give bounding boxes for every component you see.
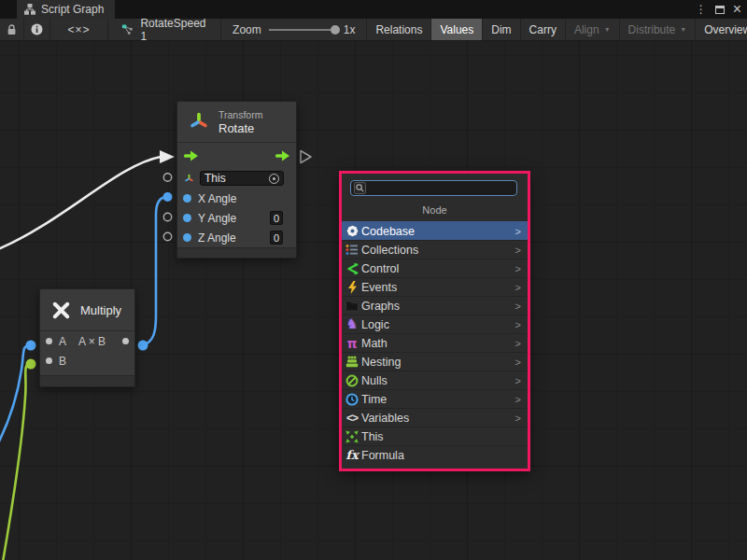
z-angle-value-field[interactable]: 0 xyxy=(270,231,283,245)
finder-item-label: Logic xyxy=(361,318,389,331)
finder-item-label: Nulls xyxy=(361,374,388,387)
transform-node-footer xyxy=(177,247,296,258)
finder-item-label: Events xyxy=(361,281,397,294)
close-icon[interactable]: × xyxy=(733,5,741,14)
finder-item-label: Collections xyxy=(361,244,418,257)
finder-item-label: Time xyxy=(361,393,387,406)
search-icon xyxy=(354,182,366,194)
align-label: Align xyxy=(574,23,599,36)
port-multiply-a-connected[interactable] xyxy=(26,341,36,351)
folder-icon xyxy=(345,299,359,314)
value-wire-blue-result[interactable] xyxy=(143,197,167,345)
z-angle-label: Z Angle xyxy=(198,231,236,245)
object-picker-icon[interactable] xyxy=(269,174,279,184)
tab-script-graph[interactable]: Script Graph xyxy=(17,0,115,19)
chevron-right-icon: > xyxy=(515,413,521,424)
finder-item-nulls[interactable]: Nulls > xyxy=(342,371,528,389)
flow-in-arrow-icon[interactable] xyxy=(183,150,199,161)
carry-button[interactable]: Carry xyxy=(521,19,566,40)
window-menu-icon[interactable]: ⋮ xyxy=(696,3,707,16)
info-icon xyxy=(31,23,43,35)
finder-item-math[interactable]: π Math > xyxy=(342,333,528,352)
port-this-unconnected[interactable] xyxy=(163,174,171,181)
multiply-b-label: B xyxy=(59,355,66,368)
maximize-icon[interactable] xyxy=(715,6,725,14)
transform-node-header: Transform Rotate xyxy=(177,102,296,143)
graph-breadcrumb[interactable]: RotateSpeed 1 xyxy=(108,19,221,40)
finder-item-label: Graphs xyxy=(361,300,400,313)
finder-item-formula[interactable]: fx Formula xyxy=(342,445,528,464)
transform-rotate-node[interactable]: Transform Rotate This xyxy=(176,101,297,259)
chevron-right-icon: > xyxy=(515,338,521,349)
lock-button[interactable] xyxy=(0,19,24,40)
finder-item-codebase[interactable]: Codebase > xyxy=(342,221,528,240)
chevron-right-icon: > xyxy=(515,245,521,256)
multiply-node-header: Multiply xyxy=(40,289,134,331)
finder-item-events[interactable]: Events > xyxy=(342,277,528,296)
finder-item-label: Math xyxy=(361,337,388,350)
finder-item-label: This xyxy=(361,430,384,443)
graph-canvas[interactable]: Transform Rotate This xyxy=(0,41,747,560)
flow-wire-arrowhead xyxy=(160,150,175,163)
finder-item-collections[interactable]: Collections > xyxy=(342,240,528,259)
finder-item-nesting[interactable]: Nesting > xyxy=(342,352,528,371)
relations-label: Relations xyxy=(375,23,422,36)
overview-button[interactable]: Overview xyxy=(696,19,747,40)
z-angle-port-icon[interactable] xyxy=(183,233,191,242)
multiply-output-port-icon[interactable] xyxy=(122,338,129,344)
zoom-slider-handle[interactable] xyxy=(331,25,340,35)
finder-item-graphs[interactable]: Graphs > xyxy=(342,296,528,315)
port-multiply-b-connected[interactable] xyxy=(26,359,36,370)
finder-item-label: Control xyxy=(361,262,399,275)
flow-wire[interactable] xyxy=(0,157,161,249)
unity-visual-scripting-window: Script Graph ⋮ × <×> xyxy=(0,0,747,560)
search-input[interactable] xyxy=(372,182,516,195)
relations-button[interactable]: Relations xyxy=(367,19,431,40)
distribute-dropdown[interactable]: Distribute ▼ xyxy=(620,19,697,40)
multiply-node[interactable]: Multiply A A × B B xyxy=(39,288,135,387)
chevron-right-icon: > xyxy=(515,226,521,237)
dim-button[interactable]: Dim xyxy=(483,19,520,40)
multiply-icon xyxy=(49,299,73,322)
lightning-icon xyxy=(345,280,359,295)
y-angle-value-field[interactable]: 0 xyxy=(270,211,283,225)
tab-title: Script Graph xyxy=(41,3,104,16)
flow-out-arrow-icon[interactable] xyxy=(275,150,290,161)
finder-item-label: Nesting xyxy=(361,356,401,369)
titlebar: Script Graph ⋮ × xyxy=(0,0,747,19)
finder-item-logic[interactable]: ♞ Logic > xyxy=(342,315,528,333)
dim-label: Dim xyxy=(491,23,511,36)
knight-icon: ♞ xyxy=(345,317,359,332)
transform-type-icon xyxy=(183,173,195,185)
info-button[interactable] xyxy=(24,19,50,40)
y-angle-port-icon[interactable] xyxy=(183,214,191,222)
multiply-a-row: A A × B xyxy=(40,331,134,351)
port-x-angle-connected[interactable] xyxy=(163,192,173,202)
finder-item-label: Variables xyxy=(361,412,409,425)
port-multiply-output-connected[interactable] xyxy=(138,341,148,351)
x-angle-port-icon[interactable] xyxy=(183,194,191,203)
window-controls: ⋮ × xyxy=(696,0,741,19)
finder-item-variables[interactable]: <> Variables > xyxy=(342,408,528,427)
multiply-a-label: A xyxy=(59,335,66,348)
zoom-slider[interactable] xyxy=(269,29,336,31)
multiply-a-port-icon[interactable] xyxy=(46,338,52,344)
align-dropdown[interactable]: Align ▼ xyxy=(566,19,620,40)
this-object-field[interactable]: This xyxy=(200,171,284,186)
port-flow-out-unconnected[interactable] xyxy=(301,151,311,163)
port-z-angle-unconnected[interactable] xyxy=(163,232,171,240)
multiply-b-port-icon[interactable] xyxy=(46,357,52,364)
code-view-button[interactable]: <×> xyxy=(50,19,108,40)
distribute-label: Distribute xyxy=(628,23,676,36)
flow-port-row xyxy=(177,143,296,168)
finder-item-this[interactable]: This xyxy=(342,427,528,445)
code-icon: <×> xyxy=(67,23,90,36)
zoom-control: Zoom 1x xyxy=(221,19,367,40)
finder-search-box[interactable] xyxy=(350,180,517,196)
finder-item-control[interactable]: Control > xyxy=(342,259,528,277)
finder-item-time[interactable]: Time > xyxy=(342,389,528,408)
values-button[interactable]: Values xyxy=(431,19,483,40)
port-y-angle-unconnected[interactable] xyxy=(163,213,171,220)
chevron-right-icon: > xyxy=(515,319,521,330)
x-angle-label: X Angle xyxy=(198,192,236,205)
